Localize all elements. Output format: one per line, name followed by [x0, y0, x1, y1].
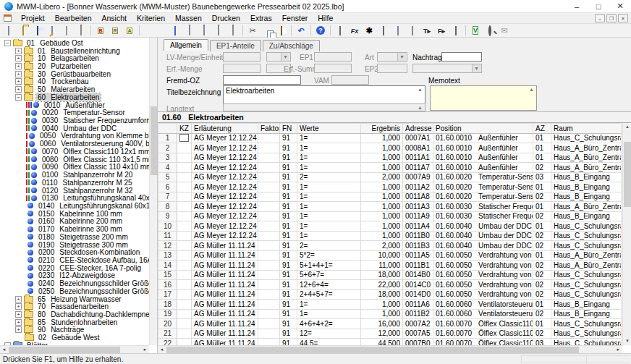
tree-item-0190[interactable]: 0190Steigetrasse 300 mm	[0, 241, 149, 249]
cell-werte[interactable]: 1=	[297, 182, 361, 192]
tree-item-90[interactable]: +90Nachträge	[0, 326, 149, 334]
cell-fn[interactable]: 91	[280, 133, 297, 143]
cell-kz[interactable]	[177, 192, 192, 202]
tree-item-60[interactable]: −60Elektroarbeiten	[0, 93, 149, 101]
cell-faktor[interactable]	[258, 211, 280, 221]
cell-faktor[interactable]	[258, 270, 280, 280]
page-white-button[interactable]	[405, 25, 420, 37]
menu-projekt[interactable]: Projekt	[16, 13, 50, 23]
cell-kz[interactable]	[177, 211, 192, 221]
cell-fn[interactable]: 91	[280, 309, 297, 319]
tree-item-40[interactable]: +40Trockenbau	[0, 78, 149, 86]
cell-erlaeuterung[interactable]: AG Meyer 12.12.24	[192, 231, 258, 241]
column-header-raum[interactable]: Raum	[551, 124, 622, 134]
cell-werte[interactable]: 1=	[297, 231, 361, 241]
cell-fn[interactable]: 91	[280, 172, 297, 182]
window-layout-button[interactable]	[168, 25, 182, 37]
cell-faktor[interactable]	[258, 280, 280, 290]
tree-item-0240[interactable]: 0240Bezeichnungsschilder Größe 100 x 5	[0, 279, 149, 287]
cell-faktor[interactable]	[258, 172, 280, 182]
cut-button[interactable]: ✂	[245, 25, 260, 37]
column-header-rownum[interactable]	[158, 124, 177, 134]
cell-kz[interactable]	[177, 289, 192, 300]
cell-faktor[interactable]	[258, 241, 280, 251]
cell-erlaeuterung[interactable]: AG Meyer 12.12.24	[192, 182, 258, 192]
cell-erlaeuterung[interactable]: AG Müller 11.11.24	[192, 319, 258, 329]
cell-erlaeuterung[interactable]: AG Meyer 12.12.24	[192, 153, 258, 163]
table-row[interactable]: 2AG Meyer 12.12.24911=1,0000008A101.60.0…	[158, 143, 622, 153]
fremd-oz-field[interactable]	[223, 75, 301, 85]
cell-faktor[interactable]	[258, 192, 280, 202]
table-row[interactable]: 21AG Müller 11.11.249112=12,0000007A501.…	[158, 329, 622, 339]
menu-drucken[interactable]: Drucken	[207, 13, 245, 23]
cell-erlaeuterung[interactable]: AG Meyer 12.12.24	[192, 172, 258, 182]
cell-werte[interactable]: 5+1+4+1=	[297, 261, 361, 271]
notebook-b-button[interactable]: B	[93, 25, 108, 37]
expand-plus-icon[interactable]: +	[15, 63, 22, 69]
notebook-r-button[interactable]: R	[108, 25, 122, 37]
cell-erlaeuterung[interactable]: AG Müller 11.11.24	[192, 261, 258, 271]
close-button[interactable]: ✕	[609, 0, 631, 12]
sheet-back-button[interactable]	[182, 25, 197, 37]
tree-item-0160[interactable]: 0160Kabelrinne 200 mm	[0, 218, 149, 226]
expand-plus-icon[interactable]: +	[15, 311, 22, 318]
tree-item-85[interactable]: +85Stundenlohnarbeiten	[0, 318, 149, 326]
scroll-up-icon[interactable]: ▲	[623, 123, 631, 131]
cell-werte[interactable]: 1=	[297, 192, 361, 202]
column-header-kz[interactable]: KZ	[177, 124, 192, 134]
cell-faktor[interactable]	[258, 163, 280, 173]
tree-item-0220[interactable]: 0220CEE-Stecker, 16A 7-polig	[0, 264, 149, 272]
tree-item-0020[interactable]: 0020Temperatur-Sensor	[0, 109, 149, 117]
collapse-minus-icon[interactable]: −	[4, 40, 11, 46]
table-row[interactable]: 12AG Müller 11.11.24912=2,0000011B301.60…	[158, 241, 622, 251]
tree-item-0140[interactable]: 0140Leitungsführungskanal 60x100 mm	[0, 202, 149, 210]
cell-kz[interactable]	[177, 182, 192, 192]
send-note-button[interactable]: ✉	[497, 25, 512, 37]
menu-extras[interactable]: Extras	[245, 13, 277, 23]
cell-fn[interactable]: 91	[280, 202, 297, 212]
tree-item-0100[interactable]: 0100Stahlpanzerrohr M 20	[0, 171, 149, 179]
cell-faktor[interactable]	[258, 309, 280, 319]
collapse-minus-icon[interactable]: −	[15, 94, 22, 101]
cell-erlaeuterung[interactable]: AG Müller 11.11.24	[192, 241, 258, 251]
tree-item-0010[interactable]: 0010Außenfühler	[0, 101, 149, 109]
close-project-button[interactable]	[74, 25, 88, 37]
cell-kz[interactable]	[177, 221, 192, 232]
menu-kriterien[interactable]: Kriterien	[132, 13, 170, 23]
cell-faktor[interactable]	[258, 289, 280, 300]
table-row[interactable]: 13AG Müller 11.11.24915*2=10,0000011A501…	[158, 250, 622, 261]
cell-werte[interactable]: 2=	[297, 241, 361, 251]
column-header-ergebnis[interactable]: Ergebnis	[361, 124, 403, 134]
cell-kz[interactable]	[177, 241, 192, 251]
table-row[interactable]: 4AG Meyer 12.12.24911=1,0000011A701.60.0…	[158, 163, 622, 173]
cell-faktor[interactable]	[258, 329, 280, 339]
menu-hilfe[interactable]: Hilfe	[313, 13, 338, 23]
cell-faktor[interactable]	[258, 133, 280, 143]
cell-werte[interactable]: 12=	[297, 329, 361, 339]
wildcard-button[interactable]: ✱	[362, 25, 376, 37]
table-row[interactable]: 18AG Müller 11.11.24911=1,0000011A601.60…	[158, 300, 622, 310]
cell-werte[interactable]: 2+4+5+7=	[297, 289, 361, 300]
table-vertical-scrollbar[interactable]: ▲ ▼	[622, 123, 631, 345]
tree-item-0120[interactable]: 0120Stahlpanzerrohr M 32	[0, 187, 149, 195]
cell-erlaeuterung[interactable]: AG Meyer 12.12.24	[192, 133, 258, 143]
formula-fx-button[interactable]: Fx	[347, 25, 362, 37]
cell-fn[interactable]: 91	[280, 250, 297, 261]
cell-werte[interactable]: 4+6+4+2=	[297, 319, 361, 329]
tab-ep1-anteile[interactable]: EP1-Anteile	[210, 40, 261, 51]
tree-item-0030[interactable]: 0030Statischer Frequenzumformer 400V	[0, 117, 149, 124]
cell-faktor[interactable]	[258, 319, 280, 329]
copy-button[interactable]	[260, 25, 274, 37]
undo-button[interactable]: ↶	[294, 25, 308, 37]
table-row[interactable]: 14AG Müller 11.11.24915+1+4+1=11,0000011…	[158, 261, 622, 271]
column-header-faktor[interactable]: Faktor	[258, 124, 280, 134]
mdi-minimize-button[interactable]: –	[595, 14, 605, 22]
sheet-back-all-button[interactable]	[197, 25, 211, 37]
table-grid-button[interactable]	[449, 25, 463, 37]
table-row[interactable]: 8AG Meyer 12.12.24911=1,0000011A301.60.0…	[158, 202, 622, 212]
cell-erlaeuterung[interactable]: AG Meyer 12.12.24	[192, 202, 258, 212]
cell-werte[interactable]: 1=	[297, 211, 361, 221]
column-header-erl-uterung[interactable]: Erläuterung	[192, 124, 258, 134]
expand-plus-icon[interactable]: +	[15, 55, 22, 62]
menu-ansicht[interactable]: Ansicht	[96, 13, 131, 23]
